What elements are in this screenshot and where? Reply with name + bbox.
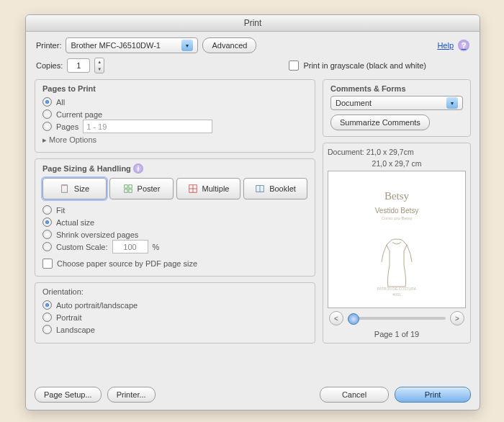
- comments-title: Comments & Forms: [330, 84, 463, 93]
- dropdown-caret-icon: ▾: [446, 97, 458, 109]
- pages-range-input[interactable]: 1 - 19: [83, 120, 212, 133]
- help-icon: ?: [458, 40, 469, 51]
- booklet-icon: [255, 184, 265, 194]
- actual-size-radio[interactable]: Actual size: [42, 216, 307, 228]
- cancel-button[interactable]: Cancel: [320, 387, 389, 403]
- preview-sub: Curso pro Betsy: [381, 216, 412, 220]
- orientation-group: Orientation: Auto portrait/landscape Por…: [35, 282, 315, 344]
- pages-range-radio[interactable]: Pages 1 - 19: [42, 120, 307, 133]
- comments-group: Comments & Forms Document ▾ Summarize Co…: [323, 79, 471, 137]
- document-dimensions: Document: 21,0 x 29,7cm: [328, 148, 466, 156]
- copies-label: Copies:: [36, 61, 63, 70]
- zoom-slider[interactable]: [348, 317, 446, 320]
- shrink-radio[interactable]: Shrink oversized pages: [42, 228, 307, 241]
- pages-to-print-group: Pages to Print All Current page Pages 1 …: [35, 79, 315, 153]
- copies-stepper[interactable]: ▲▼: [94, 58, 104, 73]
- preview-brand: Betsy: [384, 190, 409, 202]
- seg-poster[interactable]: Poster: [109, 178, 174, 199]
- size-icon: [60, 184, 70, 194]
- dropdown-caret-icon: ▾: [181, 40, 193, 51]
- orientation-landscape-radio[interactable]: Landscape: [42, 323, 307, 336]
- page-preview: Betsy Vestido Betsy Curso pro Betsy PATR…: [328, 171, 466, 308]
- advanced-button[interactable]: Advanced: [202, 37, 256, 53]
- dress-icon: [378, 238, 415, 289]
- preview-footer: PATRÓN DE COSTURA #001: [377, 286, 416, 297]
- summarize-button[interactable]: Summarize Comments: [330, 115, 430, 130]
- orientation-portrait-radio[interactable]: Portrait: [42, 311, 307, 323]
- print-dialog: Print Printer: Brother MFC-J6510DW-1 ▾ A…: [25, 14, 480, 410]
- printer-label: Printer:: [36, 41, 61, 50]
- svg-rect-4: [128, 189, 131, 192]
- help-link[interactable]: Help ?: [437, 40, 469, 51]
- more-options-disclosure[interactable]: ▸ More Options: [42, 135, 307, 145]
- svg-rect-3: [124, 189, 127, 192]
- svg-rect-2: [128, 185, 131, 188]
- preview-product: Vestido Betsy: [375, 207, 419, 215]
- multiple-icon: [188, 184, 198, 194]
- page-size: 21,0 x 29,7 cm: [328, 159, 466, 168]
- choose-source-checkbox[interactable]: [42, 259, 53, 269]
- printer-button[interactable]: Printer...: [107, 387, 156, 403]
- fit-radio[interactable]: Fit: [42, 204, 307, 216]
- next-page-button[interactable]: >: [450, 311, 464, 326]
- poster-icon: [123, 184, 133, 194]
- pages-all-radio[interactable]: All: [42, 96, 307, 108]
- printer-select[interactable]: Brother MFC-J6510DW-1 ▾: [66, 37, 198, 53]
- sizing-group: Page Sizing & Handling i Size Poster Mul…: [35, 158, 315, 277]
- print-button[interactable]: Print: [395, 387, 471, 403]
- seg-size[interactable]: Size: [42, 178, 107, 199]
- svg-rect-1: [124, 185, 127, 188]
- sizing-title: Page Sizing & Handling i: [42, 163, 307, 174]
- info-icon[interactable]: i: [133, 163, 143, 174]
- page-indicator: Page 1 of 19: [328, 328, 466, 338]
- custom-scale-radio[interactable]: Custom Scale: 100 %: [42, 241, 307, 253]
- pages-current-radio[interactable]: Current page: [42, 108, 307, 120]
- comments-dropdown[interactable]: Document ▾: [330, 96, 463, 110]
- page-setup-button[interactable]: Page Setup...: [35, 387, 102, 403]
- preview-panel: Document: 21,0 x 29,7cm 21,0 x 29,7 cm B…: [323, 143, 471, 344]
- seg-booklet[interactable]: Booklet: [243, 178, 307, 199]
- copies-input[interactable]: 1: [67, 58, 90, 73]
- seg-multiple[interactable]: Multiple: [176, 178, 240, 199]
- prev-page-button[interactable]: <: [329, 311, 343, 326]
- custom-scale-input[interactable]: 100: [112, 240, 148, 253]
- window-title: Print: [26, 15, 480, 32]
- orientation-title: Orientation:: [42, 287, 307, 296]
- choose-source-label: Choose paper source by PDF page size: [57, 259, 197, 268]
- pages-title: Pages to Print: [42, 84, 307, 93]
- grayscale-checkbox[interactable]: [289, 60, 299, 71]
- grayscale-label: Print in grayscale (black and white): [303, 61, 426, 70]
- printer-value: Brother MFC-J6510DW-1: [71, 41, 161, 50]
- svg-rect-0: [61, 185, 67, 193]
- orientation-auto-radio[interactable]: Auto portrait/landscape: [42, 299, 307, 311]
